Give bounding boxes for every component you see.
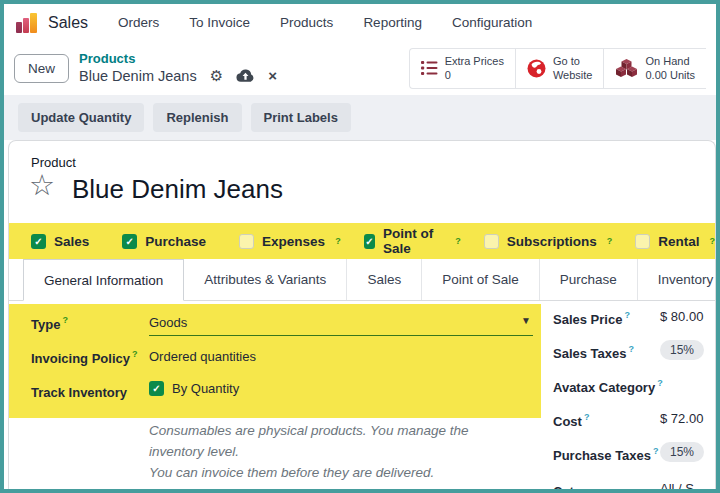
avatax-category-label: Avatax Category bbox=[553, 380, 655, 395]
main-menu: Orders To Invoice Products Reporting Con… bbox=[118, 15, 532, 30]
track-inventory-label: Track Inventory bbox=[31, 385, 127, 400]
product-section-label: Product bbox=[31, 155, 76, 170]
menu-products[interactable]: Products bbox=[280, 15, 333, 30]
avatax-category-help-icon: ? bbox=[657, 378, 663, 388]
product-toggle-band: Sales Purchase Expenses? Point of Sale? … bbox=[9, 223, 715, 259]
breadcrumb-products-link[interactable]: Products bbox=[79, 51, 277, 67]
control-panel: New Products Blue Denim Jeans ⚙ × bbox=[4, 41, 716, 95]
menu-to-invoice[interactable]: To Invoice bbox=[189, 15, 250, 30]
on-hand-label: On Hand bbox=[645, 54, 695, 68]
notebook-tabs: General Information Attributes & Variant… bbox=[9, 259, 715, 301]
new-button[interactable]: New bbox=[14, 54, 69, 83]
toggle-subscriptions[interactable]: Subscriptions? bbox=[484, 234, 613, 249]
category-value[interactable]: All / S bbox=[660, 481, 694, 489]
pricelist-icon bbox=[421, 60, 438, 76]
breadcrumb: Products Blue Denim Jeans ⚙ × bbox=[79, 51, 277, 86]
menu-orders[interactable]: Orders bbox=[118, 15, 159, 30]
sales-taxes-badge[interactable]: 15% bbox=[660, 340, 704, 360]
favorite-star-icon[interactable]: ☆ bbox=[29, 171, 55, 200]
cost-label: Cost bbox=[553, 414, 582, 429]
extra-prices-button[interactable]: Extra Prices 0 bbox=[410, 49, 515, 88]
sales-price-value[interactable]: $ 80.00 bbox=[660, 309, 703, 324]
product-name-field[interactable]: Blue Denim Jeans bbox=[72, 174, 283, 205]
update-quantity-button[interactable]: Update Quantity bbox=[18, 103, 144, 132]
gear-icon[interactable]: ⚙ bbox=[210, 67, 223, 86]
bar-chart-icon bbox=[16, 22, 22, 33]
go-to-website-button[interactable]: Go to Website bbox=[515, 49, 604, 88]
type-help-note-2: You can invoice them before they are del… bbox=[149, 463, 525, 484]
tab-purchase[interactable]: Purchase bbox=[540, 259, 638, 300]
app-name[interactable]: Sales bbox=[48, 14, 88, 32]
website-label: Website bbox=[553, 68, 593, 82]
tab-point-of-sale[interactable]: Point of Sale bbox=[422, 259, 540, 300]
invoicing-policy-label: Invoicing Policy bbox=[31, 351, 130, 366]
purchase-taxes-help-icon: ? bbox=[653, 446, 659, 456]
tab-sales[interactable]: Sales bbox=[347, 259, 422, 300]
purchase-taxes-badge[interactable]: 15% bbox=[660, 442, 704, 462]
toggle-rental[interactable]: Rental? bbox=[635, 234, 715, 249]
menu-reporting[interactable]: Reporting bbox=[363, 15, 422, 30]
track-inventory-field[interactable]: By Quantity bbox=[149, 381, 239, 396]
replenish-button[interactable]: Replenish bbox=[153, 103, 241, 132]
checkbox-unchecked-icon[interactable] bbox=[239, 234, 254, 249]
on-hand-qty: 0.00 Units bbox=[645, 68, 695, 82]
toggle-sales[interactable]: Sales bbox=[31, 234, 99, 249]
print-labels-button[interactable]: Print Labels bbox=[251, 103, 351, 132]
type-help-note-1: Consumables are physical products. You m… bbox=[149, 421, 525, 463]
checkbox-unchecked-icon[interactable] bbox=[635, 234, 650, 249]
on-hand-button[interactable]: On Hand 0.00 Units bbox=[603, 49, 706, 88]
highlighted-fields-block: Type? Goods ▼ Invoicing Policy? Ordered … bbox=[9, 304, 541, 418]
sales-app-icon[interactable] bbox=[16, 13, 39, 33]
invoicing-policy-help-icon: ? bbox=[132, 349, 138, 359]
toggle-expenses[interactable]: Expenses? bbox=[239, 234, 341, 249]
type-select[interactable]: Goods ▼ bbox=[149, 313, 533, 336]
toggle-purchase[interactable]: Purchase bbox=[122, 234, 216, 249]
checkbox-checked-icon[interactable] bbox=[364, 234, 375, 249]
tab-inventory[interactable]: Inventory bbox=[638, 259, 716, 300]
checkbox-unchecked-icon[interactable] bbox=[484, 234, 499, 249]
menu-configuration[interactable]: Configuration bbox=[452, 15, 532, 30]
extra-prices-label: Extra Prices bbox=[445, 54, 504, 68]
purchase-taxes-label: Purchase Taxes bbox=[553, 448, 651, 463]
cloud-save-icon[interactable] bbox=[236, 69, 255, 83]
sales-price-label: Sales Price bbox=[553, 312, 622, 327]
stat-button-group: Extra Prices 0 Go to Website bbox=[409, 48, 706, 89]
extra-prices-count: 0 bbox=[445, 68, 504, 82]
toggle-point-of-sale[interactable]: Point of Sale? bbox=[364, 226, 461, 256]
invoicing-policy-value[interactable]: Ordered quantities bbox=[149, 349, 256, 364]
cost-value[interactable]: $ 72.00 bbox=[660, 411, 703, 426]
app-window: Sales Orders To Invoice Products Reporti… bbox=[0, 0, 720, 493]
product-form-card: Product ☆ Blue Denim Jeans Sales Purchas… bbox=[8, 140, 716, 489]
globe-icon bbox=[527, 59, 546, 78]
checkbox-checked-icon[interactable] bbox=[149, 381, 164, 396]
action-bar: Update Quantity Replenish Print Labels bbox=[4, 95, 716, 140]
cubes-icon bbox=[615, 59, 638, 78]
type-help-icon: ? bbox=[62, 315, 68, 325]
cost-help-icon: ? bbox=[584, 412, 590, 422]
track-inventory-value: By Quantity bbox=[172, 381, 239, 396]
category-label: Category bbox=[553, 484, 609, 489]
tab-attributes-variants[interactable]: Attributes & Variants bbox=[184, 259, 347, 300]
sales-price-help-icon: ? bbox=[624, 310, 630, 320]
discard-icon[interactable]: × bbox=[268, 67, 277, 86]
go-to-label: Go to bbox=[553, 54, 593, 68]
chevron-down-icon: ▼ bbox=[521, 315, 531, 326]
tab-general-information[interactable]: General Information bbox=[23, 259, 184, 301]
sales-taxes-label: Sales Taxes bbox=[553, 346, 626, 361]
checkbox-checked-icon[interactable] bbox=[31, 234, 46, 249]
type-label: Type bbox=[31, 317, 60, 332]
breadcrumb-current: Blue Denim Jeans bbox=[79, 67, 197, 85]
sales-taxes-help-icon: ? bbox=[628, 344, 634, 354]
top-navbar: Sales Orders To Invoice Products Reporti… bbox=[4, 4, 716, 41]
checkbox-checked-icon[interactable] bbox=[122, 234, 137, 249]
